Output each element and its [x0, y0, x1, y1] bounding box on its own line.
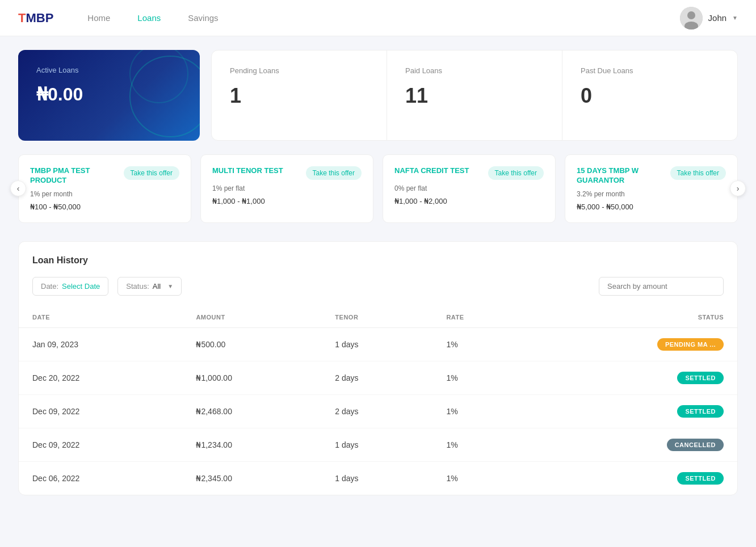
table-header: DATE AMOUNT TENOR RATE STATUS	[19, 307, 737, 328]
nav-savings[interactable]: Savings	[188, 13, 218, 23]
row-tenor: 1 days	[321, 428, 432, 461]
row-rate: 1%	[432, 461, 531, 495]
offer-card-2: NAFTA CREDIT TEST Take this offer 0% per…	[383, 154, 556, 223]
row-amount: ₦2,345.00	[182, 461, 321, 495]
pending-loans-panel: Pending Loans 1	[212, 51, 387, 140]
nav-user: John ▼	[680, 7, 738, 30]
offer-btn-2[interactable]: Take this offer	[488, 166, 544, 180]
offer-btn-3[interactable]: Take this offer	[670, 166, 726, 180]
nav-links: Home Loans Savings	[87, 13, 679, 23]
offer-name-3: 15 DAYS TMBP W GUARANTOR	[577, 166, 670, 186]
nav-home[interactable]: Home	[87, 13, 110, 23]
status-filter[interactable]: Status: All ▼	[117, 277, 182, 296]
paid-loans-panel: Paid Loans 11	[387, 51, 562, 140]
row-tenor: 2 days	[321, 394, 432, 428]
offer-card-3: 15 DAYS TMBP W GUARANTOR Take this offer…	[565, 154, 738, 223]
offer-rate-2: 0% per flat	[394, 184, 544, 192]
status-filter-label: Status:	[126, 282, 149, 291]
offer-range-2: ₦1,000 - ₦2,000	[394, 197, 544, 205]
row-tenor: 2 days	[321, 361, 432, 394]
offer-card-1: MULTI TENOR TEST Take this offer 1% per …	[200, 154, 373, 223]
paid-loans-value: 11	[405, 84, 544, 108]
row-amount: ₦1,000.00	[182, 361, 321, 394]
offer-name-0: TMBP PMA TEST PRODUCT	[30, 166, 124, 186]
col-date: DATE	[19, 307, 182, 328]
status-badge: SETTLED	[677, 405, 724, 418]
row-status: SETTLED	[531, 361, 737, 394]
offer-range-1: ₦1,000 - ₦1,000	[212, 197, 362, 205]
row-status: SETTLED	[531, 394, 737, 428]
col-amount: AMOUNT	[182, 307, 321, 328]
offer-btn-1[interactable]: Take this offer	[306, 166, 362, 180]
row-tenor: 1 days	[321, 461, 432, 495]
table-row[interactable]: Dec 20, 2022 ₦1,000.00 2 days 1% SETTLED	[19, 361, 737, 394]
offers-next-arrow[interactable]: ›	[730, 180, 746, 196]
paid-loans-label: Paid Loans	[405, 66, 544, 75]
row-rate: 1%	[432, 428, 531, 461]
active-loans-label: Active Loans	[36, 66, 182, 74]
row-date: Jan 09, 2023	[19, 327, 182, 361]
row-amount: ₦1,234.00	[182, 428, 321, 461]
loan-history-table: DATE AMOUNT TENOR RATE STATUS Jan 09, 20…	[19, 307, 737, 495]
loan-history-header: Loan History	[19, 242, 737, 266]
offers-section: ‹ TMBP PMA TEST PRODUCT Take this offer …	[18, 154, 738, 223]
status-badge: PENDING MA ...	[657, 338, 724, 351]
table-row[interactable]: Jan 09, 2023 ₦500.00 1 days 1% PENDING M…	[19, 327, 737, 361]
active-loans-card: Active Loans ₦0.00	[18, 50, 200, 141]
row-amount: ₦500.00	[182, 327, 321, 361]
date-filter[interactable]: Date: Select Date	[32, 277, 108, 296]
pastdue-loans-panel: Past Due Loans 0	[562, 51, 737, 140]
svg-point-1	[687, 11, 695, 19]
offer-rate-3: 3.2% per month	[577, 190, 726, 198]
main-content: Active Loans ₦0.00 Pending Loans 1 Paid …	[0, 36, 756, 509]
date-filter-label: Date:	[41, 282, 58, 291]
table-body: Jan 09, 2023 ₦500.00 1 days 1% PENDING M…	[19, 327, 737, 495]
pending-loans-label: Pending Loans	[230, 66, 368, 75]
loan-history-section: Loan History Date: Select Date Status: A…	[18, 241, 738, 495]
offer-name-2: NAFTA CREDIT TEST	[394, 166, 469, 176]
status-badge: SETTLED	[677, 372, 724, 384]
chevron-down-icon[interactable]: ▼	[732, 15, 738, 21]
loan-history-title: Loan History	[32, 255, 724, 266]
offer-range-3: ₦5,000 - ₦50,000	[577, 203, 726, 211]
search-amount-input[interactable]	[599, 277, 724, 296]
row-status: SETTLED	[531, 461, 737, 495]
row-rate: 1%	[432, 394, 531, 428]
col-status: STATUS	[531, 307, 737, 328]
row-date: Dec 09, 2022	[19, 428, 182, 461]
row-tenor: 1 days	[321, 327, 432, 361]
stats-panels: Pending Loans 1 Paid Loans 11 Past Due L…	[211, 50, 738, 141]
status-filter-value: All	[153, 282, 161, 291]
pastdue-loans-label: Past Due Loans	[581, 66, 719, 75]
date-filter-value: Select Date	[62, 282, 100, 291]
row-amount: ₦2,468.00	[182, 394, 321, 428]
row-date: Dec 06, 2022	[19, 461, 182, 495]
row-rate: 1%	[432, 361, 531, 394]
row-status: CANCELLED	[531, 428, 737, 461]
offers-row: TMBP PMA TEST PRODUCT Take this offer 1%…	[18, 154, 738, 223]
user-name: John	[708, 13, 727, 23]
offer-rate-1: 1% per flat	[212, 184, 362, 192]
pastdue-loans-value: 0	[581, 84, 719, 108]
row-date: Dec 09, 2022	[19, 394, 182, 428]
row-date: Dec 20, 2022	[19, 361, 182, 394]
offer-range-0: ₦100 - ₦50,000	[30, 203, 179, 211]
offer-btn-0[interactable]: Take this offer	[124, 166, 179, 180]
table-row[interactable]: Dec 06, 2022 ₦2,345.00 1 days 1% SETTLED	[19, 461, 737, 495]
offer-name-1: MULTI TENOR TEST	[212, 166, 283, 176]
logo: T MBP	[18, 11, 53, 26]
avatar	[680, 7, 703, 30]
filters: Date: Select Date Status: All ▼	[19, 277, 737, 307]
row-status: PENDING MA ...	[531, 327, 737, 361]
offers-prev-arrow[interactable]: ‹	[10, 180, 26, 196]
logo-mbp: MBP	[26, 11, 53, 26]
logo-t: T	[18, 11, 26, 26]
col-tenor: TENOR	[321, 307, 432, 328]
stats-row: Active Loans ₦0.00 Pending Loans 1 Paid …	[18, 50, 738, 141]
table-row[interactable]: Dec 09, 2022 ₦2,468.00 2 days 1% SETTLED	[19, 394, 737, 428]
nav-loans[interactable]: Loans	[137, 13, 161, 23]
status-badge: SETTLED	[677, 472, 724, 485]
table-row[interactable]: Dec 09, 2022 ₦1,234.00 1 days 1% CANCELL…	[19, 428, 737, 461]
offer-card-0: TMBP PMA TEST PRODUCT Take this offer 1%…	[18, 154, 191, 223]
col-rate: RATE	[432, 307, 531, 328]
